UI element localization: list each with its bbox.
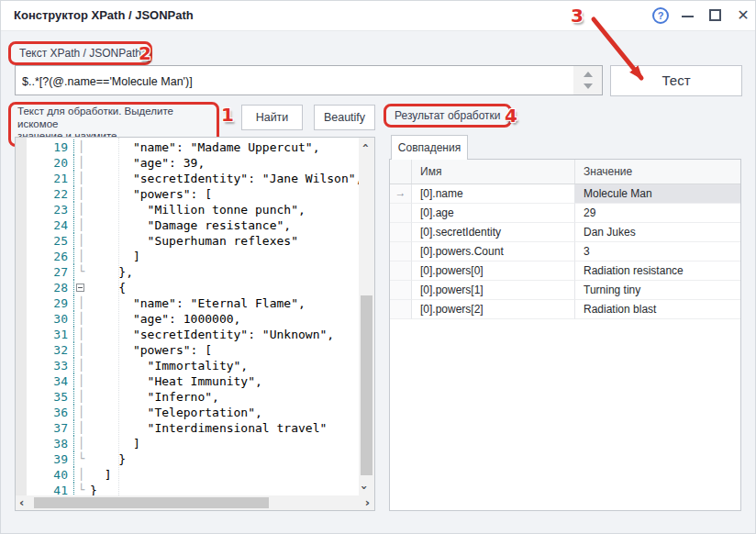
code-editor[interactable]: 19│ "name": "Madame Uppercut",20│ "age":… (15, 137, 375, 511)
code-line[interactable]: 23│ "Million tonne punch", (27, 202, 359, 217)
cell-value[interactable]: Radiation blast (575, 300, 740, 319)
code-line[interactable]: 40│ ] (27, 467, 359, 483)
code-line[interactable]: 35│ "Inferno", (27, 389, 359, 405)
table-row[interactable]: [0].powers[2]Radiation blast (390, 300, 740, 319)
fold-marker-icon[interactable]: │ (74, 171, 88, 186)
code-text: { (88, 280, 359, 295)
code-line[interactable]: 38│ ] (27, 436, 359, 451)
cell-value[interactable]: Molecule Man (575, 184, 740, 204)
code-line[interactable]: 31│ "secretIdentity": "Unknown", (27, 327, 359, 342)
code-line[interactable]: 19│ "name": "Madame Uppercut", (27, 139, 359, 155)
code-line[interactable]: 34│ "Heat Immunity", (27, 373, 359, 389)
line-number: 21 (27, 171, 74, 186)
column-header-value[interactable]: Значение (575, 160, 740, 184)
vscroll-thumb[interactable] (361, 295, 372, 475)
table-row[interactable]: →[0].nameMolecule Man (390, 184, 740, 204)
cell-name[interactable]: [0].powers[1] (412, 281, 575, 300)
fold-marker-icon[interactable]: └ (74, 483, 88, 495)
code-line[interactable]: 20│ "age": 39, (27, 155, 359, 171)
fold-marker-icon[interactable]: │ (74, 139, 88, 155)
row-indicator-icon (390, 261, 412, 281)
scroll-left-icon[interactable]: ‹ (19, 495, 24, 509)
code-line[interactable]: 37│ "Interdimensional travel" (27, 420, 359, 436)
scroll-right-icon[interactable]: › (365, 495, 370, 509)
fold-marker-icon[interactable]: │ (74, 436, 88, 451)
cell-name[interactable]: [0].powers[2] (412, 300, 575, 319)
code-line[interactable]: 39└ } (27, 451, 359, 467)
table-row[interactable]: [0].powers.Count3 (390, 242, 740, 261)
table-row[interactable]: [0].powers[0]Radiation resistance (390, 261, 740, 281)
code-line[interactable]: 36│ "Teleportation", (27, 405, 359, 420)
fold-marker-icon[interactable]: │ (74, 233, 88, 249)
code-line[interactable]: 32│ "powers": [ (27, 342, 359, 358)
line-number: 24 (27, 217, 74, 233)
fold-marker-icon[interactable]: │ (74, 405, 88, 420)
close-icon[interactable]: ✕ (734, 6, 752, 26)
code-line[interactable]: 26│ ] (27, 249, 359, 264)
cell-name[interactable]: [0].secretIdentity (412, 223, 575, 242)
fold-marker-icon[interactable]: │ (74, 202, 88, 217)
line-number: 41 (27, 483, 74, 495)
code-line[interactable]: 22│ "powers": [ (27, 186, 359, 202)
code-line[interactable]: 21│ "secretIdentity": "Jane Wilson", (27, 171, 359, 186)
fold-marker-icon[interactable]: │ (74, 249, 88, 264)
line-number: 36 (27, 405, 74, 420)
row-indicator-icon (390, 204, 412, 223)
fold-marker-icon[interactable]: │ (74, 327, 88, 342)
beautify-button[interactable]: Beautify (314, 105, 375, 130)
fold-marker-icon[interactable]: │ (74, 155, 88, 171)
fold-marker-icon[interactable]: │ (74, 420, 88, 436)
cell-name[interactable]: [0].name (412, 184, 575, 204)
fold-marker-icon[interactable]: │ (74, 342, 88, 358)
cell-name[interactable]: [0].powers.Count (412, 242, 575, 261)
fold-marker-icon[interactable]: │ (74, 311, 88, 327)
fold-marker-icon[interactable]: │ (74, 358, 88, 373)
editor-lines[interactable]: 19│ "name": "Madame Uppercut",20│ "age":… (27, 138, 359, 495)
code-text: "Interdimensional travel" (88, 420, 359, 436)
scroll-down-icon[interactable]: › (358, 485, 372, 490)
fold-marker-icon[interactable]: │ (74, 217, 88, 233)
code-line[interactable]: 28 { (27, 280, 359, 295)
find-button[interactable]: Найти (241, 105, 303, 130)
fold-marker-icon[interactable]: │ (74, 389, 88, 405)
code-line[interactable]: 24│ "Damage resistance", (27, 217, 359, 233)
maximize-icon[interactable] (709, 9, 721, 21)
matches-tab[interactable]: Совпадения (391, 135, 468, 160)
xpath-input[interactable] (16, 66, 573, 95)
fold-marker-icon[interactable]: │ (74, 295, 88, 311)
table-row[interactable]: [0].age29 (390, 204, 740, 223)
cell-name[interactable]: [0].age (412, 204, 575, 223)
cell-value[interactable]: Dan Jukes (575, 223, 740, 242)
cell-name[interactable]: [0].powers[0] (412, 261, 575, 281)
editor-hscrollbar[interactable]: ‹ › (16, 495, 374, 510)
code-line[interactable]: 41└} (27, 483, 359, 495)
scroll-up-icon[interactable]: › (358, 143, 372, 148)
minimize-icon[interactable] (682, 16, 694, 17)
fold-marker-icon[interactable]: │ (74, 186, 88, 202)
fold-marker-icon[interactable]: │ (74, 467, 88, 483)
fold-marker-icon[interactable]: │ (74, 373, 88, 389)
code-line[interactable]: 25│ "Superhuman reflexes" (27, 233, 359, 249)
code-line[interactable]: 27└ }, (27, 264, 359, 280)
fold-marker-icon[interactable] (74, 280, 88, 295)
column-header-name[interactable]: Имя (412, 160, 575, 184)
cell-value[interactable]: Radiation resistance (575, 261, 740, 281)
fold-marker-icon[interactable]: └ (74, 264, 88, 280)
results-table: Имя Значение →[0].nameMolecule Man[0].ag… (390, 160, 740, 319)
table-row[interactable]: [0].secretIdentityDan Jukes (390, 223, 740, 242)
fold-collapse-icon[interactable] (76, 284, 84, 292)
xpath-label: Текст XPath / JSONPath (8, 41, 152, 65)
table-row[interactable]: [0].powers[1]Turning tiny (390, 281, 740, 300)
fold-marker-icon[interactable]: └ (74, 451, 88, 467)
line-number: 39 (27, 451, 74, 467)
cell-value[interactable]: Turning tiny (575, 281, 740, 300)
cell-value[interactable]: 3 (575, 242, 740, 261)
code-line[interactable]: 29│ "name": "Eternal Flame", (27, 295, 359, 311)
code-line[interactable]: 33│ "Immortality", (27, 358, 359, 373)
annotation-2: 2 (139, 42, 151, 64)
code-text: "age": 1000000, (88, 311, 359, 327)
cell-value[interactable]: 29 (575, 204, 740, 223)
code-line[interactable]: 30│ "age": 1000000, (27, 311, 359, 327)
editor-vscrollbar[interactable]: › › (359, 138, 374, 495)
hscroll-thumb[interactable] (34, 497, 269, 508)
